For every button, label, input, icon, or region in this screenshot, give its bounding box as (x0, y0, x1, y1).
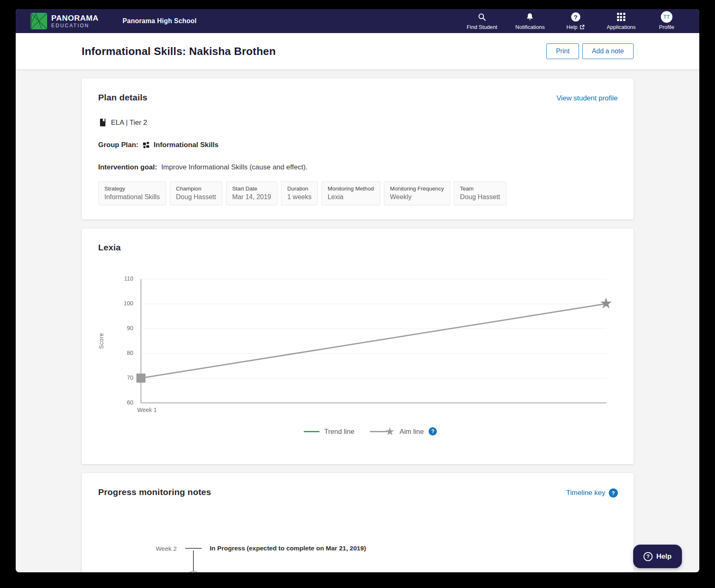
group-plan-row: Group Plan: Informational Skills (98, 141, 618, 149)
y-axis-title: Score (98, 333, 105, 349)
brand-name: PANORAMA (51, 14, 98, 22)
score-circle: 70 (186, 571, 201, 572)
subject-tier-text: ELA | Tier 2 (111, 119, 148, 127)
field-start-date: Start Date Mar 14, 2019 (226, 181, 277, 205)
timeline-key-link[interactable]: Timeline key (566, 489, 605, 497)
add-note-button[interactable]: Add a note (582, 43, 633, 59)
chart-heading: Lexia (98, 243, 618, 252)
panorama-logo[interactable]: PANORAMA EDUCATION (31, 13, 98, 29)
group-plan-label: Group Plan: (98, 141, 138, 149)
chart-plot: Score 60708090100110★Week 1 (141, 279, 606, 403)
help-ring-icon: ? (644, 552, 653, 561)
app-window: PANORAMA EDUCATION Panorama High School … (16, 9, 699, 572)
y-tick-label: 110 (115, 275, 133, 282)
timeline-week-label: Week 2 (98, 545, 177, 552)
aim-start-marker[interactable] (136, 374, 145, 383)
legend-label: Trend line (324, 428, 355, 436)
view-student-profile-link[interactable]: View student profile (556, 94, 617, 102)
group-plan-value[interactable]: Informational Skills (154, 141, 219, 149)
nav-item-help[interactable]: ? Help (563, 12, 589, 30)
panorama-logo-icon (31, 13, 47, 29)
trend-line-swatch (304, 431, 319, 432)
y-tick-label: 90 (115, 325, 133, 331)
y-tick-label: 80 (115, 350, 133, 356)
brand-subname: EDUCATION (51, 23, 98, 28)
book-icon (98, 118, 107, 127)
notes-heading: Progress monitoring notes (98, 487, 211, 497)
nav-label: Help (567, 24, 585, 30)
field-label: Duration (287, 186, 312, 192)
field-champion: Champion Doug Hassett (170, 181, 222, 205)
timeline-connector-line (193, 550, 194, 571)
brand-text: PANORAMA EDUCATION (51, 14, 98, 28)
y-tick-label: 100 (115, 300, 133, 307)
plan-details-heading: Plan details (98, 93, 148, 102)
field-value: Informational Skills (105, 193, 160, 201)
field-label: Monitoring Frequency (390, 186, 444, 192)
legend-aim-line: ★ Aim line ? (370, 426, 437, 437)
timeline: Week 2 In Progress (expected to complete… (98, 521, 618, 572)
field-label: Team (460, 186, 500, 192)
nav-label-text: Help (567, 24, 578, 30)
x-tick-label: Week 1 (137, 407, 157, 413)
nav-menu: Find Student Notifications ? Help (467, 12, 679, 30)
page-header: Informational Skills: Nakisha Brothen Pr… (16, 33, 699, 69)
timeline-key-help-icon[interactable]: ? (609, 488, 618, 498)
intervention-goal-row: Intervention goal: Improve Informational… (98, 163, 618, 171)
external-link-icon (579, 24, 585, 30)
field-value: Doug Hassett (460, 193, 500, 201)
school-name: Panorama High School (122, 17, 196, 25)
nav-label: Applications (607, 24, 636, 30)
help-widget-label: Help (656, 552, 672, 561)
field-label: Strategy (105, 186, 160, 192)
field-value: Lexia (328, 193, 374, 201)
score-node: 70 (177, 571, 210, 572)
nav-item-applications[interactable]: Applications (607, 12, 636, 30)
print-button[interactable]: Print (546, 43, 579, 59)
chart-legend: Trend line ★ Aim line ? (123, 426, 618, 437)
aim-line (141, 279, 606, 403)
field-monitoring-frequency: Monitoring Frequency Weekly (384, 181, 450, 205)
y-tick-label: 70 (115, 374, 133, 381)
search-icon (477, 12, 486, 22)
star-icon: ★ (385, 426, 394, 437)
nav-label: Find Student (467, 24, 497, 30)
grid-icon (617, 12, 625, 22)
avatar: TT (661, 12, 672, 22)
avatar-initials: TT (661, 11, 672, 23)
nav-item-find-student[interactable]: Find Student (467, 12, 497, 30)
field-monitoring-method: Monitoring Method Lexia (322, 181, 380, 205)
aim-line-swatch: ★ (370, 426, 394, 437)
plan-details-card: Plan details View student profile ELA | … (82, 79, 634, 219)
goal-label: Intervention goal: (98, 163, 157, 171)
help-circle-icon: ? (571, 12, 580, 22)
aim-line-help-icon[interactable]: ? (429, 427, 437, 436)
goal-value: Improve Informational Skills (cause and … (161, 163, 307, 171)
field-team: Team Doug Hassett (454, 181, 506, 205)
field-value: Doug Hassett (176, 193, 216, 201)
y-tick-label: 60 (115, 399, 133, 406)
bell-icon (525, 12, 534, 22)
field-label: Monitoring Method (328, 186, 374, 192)
field-label: Start Date (232, 186, 271, 192)
field-value: Weekly (390, 193, 444, 201)
nav-item-profile[interactable]: TT Profile (654, 12, 679, 30)
timeline-status-text: In Progress (expected to complete on Mar… (210, 545, 366, 552)
nav-label: Notifications (515, 24, 545, 30)
plan-fields-row: Strategy Informational Skills Champion D… (98, 181, 618, 205)
group-plan-icon (143, 142, 150, 149)
page-title: Informational Skills: Nakisha Brothen (82, 45, 276, 58)
field-duration: Duration 1 weeks (281, 181, 318, 205)
help-widget-button[interactable]: ? Help (633, 545, 682, 568)
nav-label: Profile (659, 24, 674, 30)
field-value: 1 weeks (287, 193, 312, 201)
legend-label: Aim line (400, 428, 424, 436)
field-value: Mar 14, 2019 (232, 193, 271, 201)
subject-tier-row: ELA | Tier 2 (98, 118, 618, 127)
progress-notes-card: Progress monitoring notes Timeline key ?… (82, 473, 634, 572)
timeline-entry-week2: Week 2 In Progress (expected to complete… (98, 545, 618, 552)
aim-goal-marker[interactable]: ★ (599, 296, 613, 311)
timeline-entry-plan-created: Plan created 70 Intervention goal: Impro… (98, 571, 618, 572)
nav-item-notifications[interactable]: Notifications (515, 12, 545, 30)
timeline-tick (177, 548, 210, 549)
